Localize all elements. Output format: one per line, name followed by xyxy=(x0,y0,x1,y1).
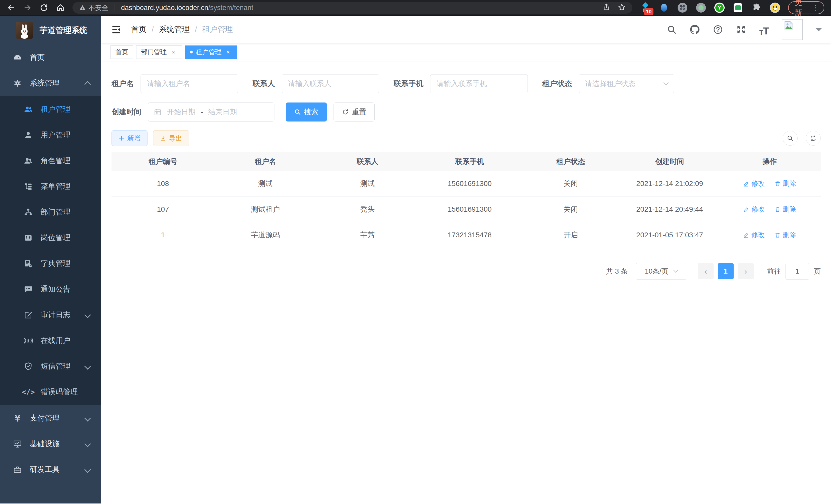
address-bar[interactable]: 不安全 dashboard.yudao.iocoder.cn/system/te… xyxy=(73,2,632,13)
user-avatar[interactable] xyxy=(782,19,803,40)
browser-menu-icon[interactable]: ⋮ xyxy=(812,4,819,12)
sidebar-item-online-user[interactable]: 在线用户 xyxy=(0,328,101,353)
reset-button[interactable]: 重置 xyxy=(334,102,375,121)
close-icon[interactable]: × xyxy=(225,49,232,56)
url-host: dashboard.yudao.iocoder.cn xyxy=(121,4,208,11)
sidebar-logo[interactable]: 芋道管理系统 xyxy=(0,16,101,45)
page-size-select[interactable]: 10条/页 xyxy=(636,263,686,280)
tenant-name-input[interactable] xyxy=(141,74,238,93)
dashboard-icon xyxy=(12,52,23,63)
bookmark-star-icon[interactable] xyxy=(618,3,626,12)
export-button[interactable]: 导出 xyxy=(153,130,189,146)
url-text[interactable]: dashboard.yudao.iocoder.cn/system/tenant xyxy=(121,4,253,12)
cell-tenant-id: 108 xyxy=(112,180,214,188)
edit-link[interactable]: 修改 xyxy=(743,230,765,239)
date-end-placeholder[interactable]: 结束日期 xyxy=(208,107,237,117)
yen-icon: ¥ xyxy=(12,413,23,424)
edit-icon xyxy=(743,181,749,187)
edit-link[interactable]: 修改 xyxy=(743,179,765,188)
browser-update-button[interactable]: 更新 ⋮ xyxy=(788,1,824,14)
font-size-icon[interactable]: TT xyxy=(758,24,770,35)
sidebar-item-tenant[interactable]: 租户管理 xyxy=(0,97,101,122)
current-page-button[interactable]: 1 xyxy=(718,263,734,279)
filter-contact: 联系人 xyxy=(253,74,379,93)
help-icon[interactable] xyxy=(712,24,724,35)
delete-link[interactable]: 删除 xyxy=(774,205,796,214)
extension-record-icon[interactable] xyxy=(695,2,706,13)
user-icon xyxy=(23,129,34,141)
sidebar-item-home[interactable]: 首页 xyxy=(0,45,101,70)
search-button[interactable]: 搜索 xyxy=(286,102,327,121)
goto-page-input[interactable] xyxy=(785,263,809,280)
sidebar-submenu-system: 租户管理 用户管理 角色管理 菜单管理 xyxy=(0,96,101,405)
avatar-dropdown-caret[interactable] xyxy=(815,28,822,34)
add-button[interactable]: 新增 xyxy=(112,130,147,146)
breadcrumb-home[interactable]: 首页 xyxy=(131,24,146,35)
next-page-button[interactable]: › xyxy=(738,263,754,279)
cell-tenant-name: 测试 xyxy=(214,179,316,188)
prev-page-button[interactable]: ‹ xyxy=(698,263,714,279)
chevron-down-icon xyxy=(84,363,91,369)
browser-home-icon[interactable] xyxy=(56,3,65,12)
extension-yudao-icon[interactable]: Y xyxy=(714,2,725,13)
sidebar-item-label: 菜单管理 xyxy=(40,181,70,191)
filter-create-time: 创建时间 开始日期 - 结束日期 xyxy=(112,102,275,121)
sidebar-fold-icon[interactable] xyxy=(111,24,122,35)
cell-status: 关闭 xyxy=(521,205,621,214)
sidebar-item-dict[interactable]: 字典管理 xyxy=(0,251,101,276)
browser-forward-icon[interactable] xyxy=(23,3,32,12)
sidebar-item-notice[interactable]: 通知公告 xyxy=(0,276,101,302)
extension-chat-icon[interactable] xyxy=(733,2,743,13)
delete-link[interactable]: 删除 xyxy=(774,230,796,239)
extension-balloon-icon[interactable] xyxy=(659,2,669,13)
extension-tabs-icon[interactable]: 10 xyxy=(640,2,651,13)
share-icon[interactable] xyxy=(603,3,610,12)
sidebar-item-label: 基础设施 xyxy=(30,439,60,449)
sidebar-item-post[interactable]: 岗位管理 xyxy=(0,225,101,251)
sidebar-item-error-code[interactable]: </> 错误码管理 xyxy=(0,379,101,405)
github-icon[interactable] xyxy=(689,24,700,35)
fullscreen-icon[interactable] xyxy=(736,24,747,35)
chevron-down-icon xyxy=(663,80,668,85)
sidebar-item-dept[interactable]: 部门管理 xyxy=(0,199,101,225)
tenant-table: 租户编号 租户名 联系人 联系手机 租户状态 创建时间 操作 108 测试 测试… xyxy=(112,152,821,248)
tab-dept[interactable]: 部门管理 × xyxy=(136,46,182,59)
toggle-search-button[interactable] xyxy=(783,131,798,146)
sidebar-item-label: 研发工具 xyxy=(30,465,60,475)
sidebar-item-user[interactable]: 用户管理 xyxy=(0,122,101,148)
breadcrumb-system[interactable]: 系统管理 xyxy=(159,24,190,35)
sidebar-item-devtools[interactable]: 研发工具 xyxy=(0,457,101,482)
tab-home[interactable]: 首页 xyxy=(111,46,133,59)
chevron-down-icon xyxy=(84,441,91,447)
site-security[interactable]: 不安全 xyxy=(79,3,109,12)
contact-input[interactable] xyxy=(282,74,379,93)
extension-row: 10 ⌘ Y xyxy=(640,2,780,13)
sidebar-item-role[interactable]: 角色管理 xyxy=(0,148,101,174)
status-select[interactable]: 请选择租户状态 xyxy=(579,74,674,93)
mobile-input[interactable] xyxy=(430,74,528,93)
refresh-table-button[interactable] xyxy=(806,131,821,146)
profile-avatar-icon[interactable] xyxy=(770,2,780,13)
sidebar-item-sms[interactable]: 短信管理 xyxy=(0,353,101,379)
sidebar-item-system[interactable]: 系统管理 xyxy=(0,70,101,96)
close-icon[interactable]: × xyxy=(170,49,177,56)
edit-link[interactable]: 修改 xyxy=(743,205,765,214)
browser-back-icon[interactable] xyxy=(7,3,16,12)
sidebar-item-audit-log[interactable]: 审计日志 xyxy=(0,302,101,328)
tree-list-icon xyxy=(23,181,34,192)
browser-reload-icon[interactable] xyxy=(39,3,48,12)
sidebar-item-pay[interactable]: ¥ 支付管理 xyxy=(0,405,101,431)
extensions-puzzle-icon[interactable] xyxy=(751,2,762,13)
tab-tenant[interactable]: 租户管理 × xyxy=(185,46,237,59)
date-range-picker[interactable]: 开始日期 - 结束日期 xyxy=(148,102,275,121)
chevron-down-icon xyxy=(673,268,678,273)
date-start-placeholder[interactable]: 开始日期 xyxy=(167,107,196,117)
header-search-icon[interactable] xyxy=(666,24,677,35)
sidebar-item-infra[interactable]: 基础设施 xyxy=(0,431,101,457)
extension-command-icon[interactable]: ⌘ xyxy=(677,2,688,13)
filter-mobile: 联系手机 xyxy=(394,74,528,93)
pagination: 共 3 条 10条/页 ‹ 1 › 前往 页 xyxy=(112,263,821,280)
delete-link[interactable]: 删除 xyxy=(774,179,796,188)
column-header: 租户编号 xyxy=(112,157,214,167)
sidebar-item-menu[interactable]: 菜单管理 xyxy=(0,174,101,199)
